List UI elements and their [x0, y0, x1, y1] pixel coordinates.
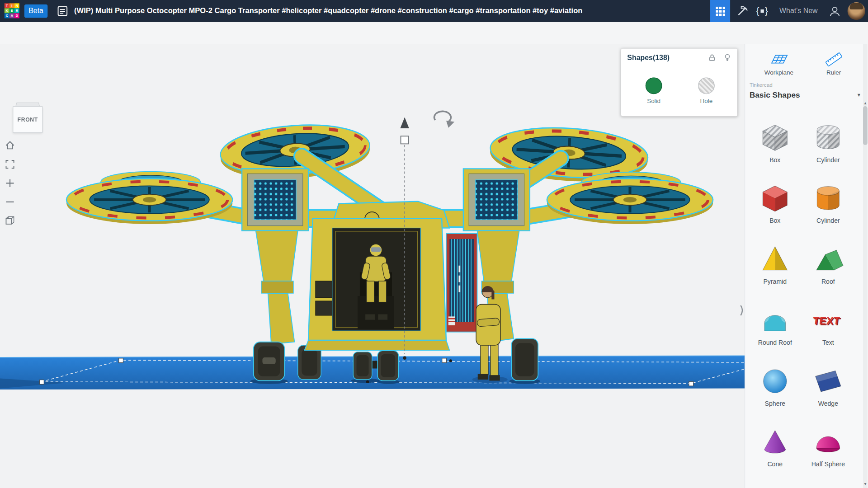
user-avatar[interactable]: [848, 2, 865, 20]
tinkercad-app: T I N K E R C A D Beta (WIP) Multi Purpo…: [0, 0, 868, 488]
logo-letter: T: [5, 3, 9, 8]
shape-tile-cone[interactable]: Cone: [750, 425, 799, 467]
rotor-left[interactable]: [66, 179, 232, 224]
radiator-panel-left[interactable]: [242, 169, 308, 230]
scroll-up-arrow[interactable]: ▲: [863, 101, 868, 106]
home-view-button[interactable]: [4, 140, 16, 152]
shape-label: Sphere: [750, 400, 799, 407]
shape-label: Half Sphere: [804, 461, 853, 468]
logo-letter: R: [14, 8, 19, 13]
shape-inspector-panel: Shapes(138) Solid Hole: [621, 49, 737, 116]
shape-label: Cone: [750, 461, 799, 468]
cargo-container[interactable]: [446, 234, 477, 332]
roof-icon: [811, 242, 845, 277]
workplane-icon: [769, 52, 789, 67]
cylinder-icon: [811, 182, 845, 216]
viewcube-top-face[interactable]: [15, 103, 40, 106]
shape-tile-box[interactable]: Box: [750, 182, 799, 224]
logo-letter: I: [9, 3, 14, 8]
minecraft-pickaxe-icon[interactable]: [736, 5, 749, 17]
shape-label: Cylinder: [804, 217, 853, 224]
ruler-label: Ruler: [826, 69, 841, 76]
logo-letter: K: [5, 8, 9, 13]
shape-label: Box: [750, 217, 799, 224]
ruler-icon: [824, 52, 844, 67]
shape-tile-pyramid[interactable]: Pyramid: [750, 242, 799, 285]
caret-down-icon: ▾: [858, 92, 860, 98]
box-icon: [758, 182, 792, 216]
wedge-icon: [811, 364, 845, 399]
pyramid-icon: [758, 242, 792, 277]
zoom-out-button[interactable]: [4, 196, 16, 208]
hide-bulb-icon[interactable]: [723, 53, 732, 62]
viewcube-front[interactable]: FRONT: [13, 106, 42, 133]
half-sphere-icon: [811, 425, 845, 459]
category-dropdown[interactable]: Basic Shapes ▾: [750, 89, 860, 101]
tinkercad-logo[interactable]: T I N K E R C A D: [5, 3, 19, 18]
logo-letter: D: [14, 13, 19, 18]
shape-label: Roof: [804, 278, 853, 285]
svg-text:}: }: [765, 6, 768, 16]
perspective-toggle-button[interactable]: [4, 215, 16, 227]
svg-text:TEXT: TEXT: [812, 315, 840, 327]
shape-label: Pyramid: [750, 278, 799, 285]
radiator-panel-right[interactable]: [463, 169, 530, 230]
logo-letter: C: [5, 13, 9, 18]
whats-new-link[interactable]: What's New: [779, 0, 817, 22]
landing-gear-left[interactable]: [256, 231, 298, 344]
inspector-title: Shapes(138): [627, 54, 670, 62]
cone-icon: [758, 425, 792, 459]
account-person-icon[interactable]: [828, 5, 841, 18]
height-handle[interactable]: [401, 136, 409, 144]
logo-letter: E: [9, 8, 14, 13]
zoom-in-button[interactable]: [4, 177, 16, 189]
lock-icon[interactable]: [708, 53, 717, 62]
logo-letter: N: [14, 3, 19, 8]
shape-label: Cylinder: [804, 157, 853, 164]
scroll-down-arrow[interactable]: ▼: [863, 481, 868, 487]
category-label: Basic Shapes: [750, 90, 800, 99]
design-title[interactable]: (WIP) Multi Purpose Octocopter MPO-2 Car…: [74, 0, 582, 22]
shape-label: Text: [804, 339, 853, 346]
logo-letter: A: [9, 13, 14, 18]
shape-tile-sphere[interactable]: Sphere: [750, 364, 799, 407]
shape-tile-hole-box[interactable]: Box: [750, 121, 799, 163]
dashboard-grid-button[interactable]: [710, 0, 730, 22]
sphere-icon: [758, 364, 792, 399]
shape-label: Round Roof: [750, 339, 799, 346]
hole-swatch[interactable]: [698, 77, 715, 94]
shape-tile-hole-cylinder[interactable]: Cylinder: [804, 121, 853, 163]
workplane-label: Workplane: [764, 69, 793, 76]
shape-label: Wedge: [804, 400, 853, 407]
shape-tile-wedge[interactable]: Wedge: [804, 364, 853, 407]
beta-button[interactable]: Beta: [24, 5, 47, 18]
shape-label: Box: [750, 157, 799, 164]
hole-label: Hole: [693, 98, 720, 104]
shape-tile-cylinder[interactable]: Cylinder: [804, 182, 853, 224]
hole-cylinder-icon: [811, 121, 845, 155]
workplane-tool-button[interactable]: Workplane: [754, 51, 804, 83]
octocopter-model[interactable]: [40, 111, 713, 386]
solid-label: Solid: [640, 98, 668, 104]
codeblocks-icon[interactable]: { }: [755, 5, 769, 17]
svg-text:{: {: [756, 6, 760, 16]
properties-list-icon[interactable]: [57, 5, 68, 16]
round-roof-icon: [758, 303, 792, 338]
top-navbar: T I N K E R C A D Beta (WIP) Multi Purpo…: [0, 0, 868, 22]
text-shape-icon: TEXT TEXT: [811, 303, 845, 338]
fit-view-button[interactable]: [4, 158, 16, 170]
hole-box-icon: [758, 121, 792, 155]
shape-tile-text[interactable]: TEXT TEXT Text: [804, 303, 853, 346]
sidebar-scrollbar-thumb[interactable]: [863, 106, 868, 145]
rotor-right[interactable]: [547, 179, 713, 224]
grid-icon: [716, 6, 725, 16]
toolbar: Import Export Share: [0, 22, 868, 45]
solid-swatch[interactable]: [646, 77, 662, 94]
ruler-tool-button[interactable]: Ruler: [809, 51, 859, 83]
shape-tile-roof[interactable]: Roof: [804, 242, 853, 285]
shape-tile-half-sphere[interactable]: Half Sphere: [804, 425, 853, 467]
brand-label: Tinkercad: [750, 82, 773, 88]
shape-tile-round-roof[interactable]: Round Roof: [750, 303, 799, 346]
